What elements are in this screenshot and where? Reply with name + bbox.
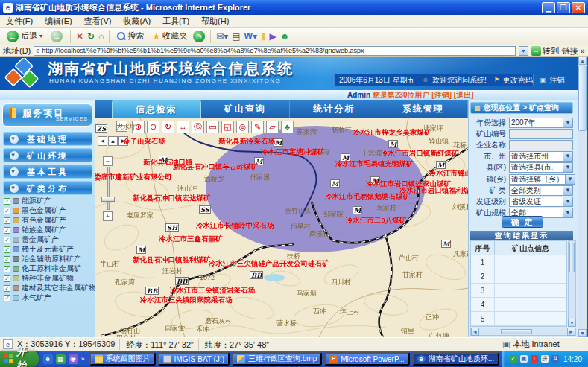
scroll-right-icon[interactable]: ► <box>567 328 575 336</box>
table-row[interactable]: 1 <box>471 255 566 269</box>
home-icon[interactable]: ⌂ <box>98 31 104 42</box>
menu-item[interactable]: 编辑(E) <box>45 16 72 27</box>
measure-icon[interactable]: ↔ <box>177 121 189 133</box>
mine-point-marker[interactable]: M <box>330 179 340 188</box>
select-镇(乡)[interactable]: 请选择镇（乡）▼ <box>509 174 575 185</box>
checkbox-icon[interactable]: ✓ <box>4 227 10 234</box>
tray-window-icon[interactable]: ▣ <box>520 355 528 363</box>
checkbox-icon[interactable]: ✓ <box>4 237 10 243</box>
select-drag-icon[interactable]: ◱ <box>221 121 234 133</box>
quicklaunch-ie-icon[interactable]: e <box>43 354 53 364</box>
chevron-down-icon[interactable]: ▼ <box>563 163 572 172</box>
chevron-down-icon[interactable]: ▼ <box>563 152 572 161</box>
media-icon[interactable]: ▶ <box>270 31 276 42</box>
mail-icon[interactable]: ✉▾ <box>216 31 228 42</box>
chevron-down-icon[interactable]: ▼ <box>563 197 572 206</box>
chevron-down-icon[interactable]: ▼ <box>563 208 572 217</box>
menu-item[interactable]: 文件(F) <box>6 16 33 27</box>
mine-point-marker[interactable]: ZS <box>95 124 107 133</box>
task-button-ie[interactable]: e湖南省矿山地质环... <box>412 352 499 366</box>
scrollbar-thumb[interactable] <box>578 66 587 131</box>
scroll-down-icon[interactable]: ▼ <box>578 329 587 337</box>
checkbox-icon[interactable]: ✓ <box>4 256 10 263</box>
select-矿 类[interactable]: 全部类别▼ <box>509 185 573 196</box>
tray-network-icon[interactable]: ⇅ <box>551 355 559 363</box>
tab-统计分析[interactable]: 统计分析 <box>290 100 379 118</box>
text-input-矿山编号[interactable] <box>509 129 573 139</box>
identify-icon[interactable]: ◎ <box>236 121 249 133</box>
quicklaunch-desktop-icon[interactable]: ▦ <box>56 354 66 364</box>
select-市、州[interactable]: 请选择市州▼ <box>509 151 573 162</box>
search-button[interactable]: 搜索 <box>115 30 146 42</box>
page-vertical-scrollbar[interactable]: ▲ ▼ <box>578 57 587 337</box>
mine-point-marker[interactable]: BB <box>145 287 159 295</box>
back-dropdown-icon[interactable]: ▾ <box>39 33 42 39</box>
folder-icon[interactable]: ▮ <box>261 31 266 42</box>
select-发证级别[interactable]: 省级发证▼ <box>509 197 573 207</box>
tab-信息检索[interactable]: 信息检索 <box>112 100 201 118</box>
logout-link[interactable]: 注销 <box>549 75 564 86</box>
maximize-button[interactable]: ❐ <box>557 2 570 13</box>
close-button[interactable]: ✕ <box>572 2 585 13</box>
stop-icon[interactable]: ✕ <box>76 31 83 42</box>
chevron-down-icon[interactable]: ▼ <box>565 175 575 184</box>
mine-point-marker[interactable]: SH <box>165 223 179 232</box>
refresh-icon[interactable]: ↻ <box>87 31 95 42</box>
mine-point-marker[interactable]: M <box>274 138 283 147</box>
menu-item[interactable]: 帮助(H) <box>201 16 229 27</box>
sidebar-nav-矿类分布[interactable]: ▼矿类分布 <box>3 181 92 195</box>
session-links[interactable]: [注销] [退出] <box>431 91 473 99</box>
messenger-icon[interactable]: ☻ <box>280 31 290 42</box>
sidebar-nav-基础地理[interactable]: ▼基础地理 <box>3 132 92 146</box>
draw-line-icon[interactable]: ✎ <box>251 121 264 133</box>
checkbox-icon[interactable]: ✓ <box>4 246 10 253</box>
checkbox-icon[interactable]: ✓ <box>4 198 10 205</box>
checkbox-icon[interactable]: ✓ <box>4 266 10 272</box>
history-icon[interactable]: ◷ <box>193 31 205 42</box>
go-button[interactable]: → 转到 <box>531 45 559 57</box>
submit-button[interactable]: 确 定 <box>502 216 543 228</box>
minimize-button[interactable]: ▁ <box>542 2 555 13</box>
address-input[interactable]: e http://localhost/%e7%9f%bf%e5%b1%b1%e5… <box>34 46 516 56</box>
print-icon[interactable]: ▤ <box>232 31 240 42</box>
edit-word-icon[interactable]: W▾ <box>244 31 257 42</box>
pan-up-button[interactable]: ▲ <box>108 136 118 146</box>
start-button[interactable]: 开始 <box>0 351 39 367</box>
menu-item[interactable]: 收藏(A) <box>123 16 151 27</box>
tab-矿山查询[interactable]: 矿山查询 <box>201 100 291 118</box>
links-label[interactable]: 链接 » <box>562 45 585 57</box>
scroll-left-icon[interactable]: ◄ <box>471 328 479 336</box>
back-button[interactable]: ← 后退 ▾ <box>4 30 45 43</box>
scrollbar-thumb[interactable] <box>501 329 532 334</box>
menu-item[interactable]: 工具(T) <box>162 16 189 27</box>
chevron-down-icon[interactable]: ▼ <box>563 118 572 127</box>
tray-alert-icon[interactable]: ! <box>531 355 538 363</box>
tray-antivirus-icon[interactable]: ✓ <box>510 355 517 363</box>
checkbox-icon[interactable]: ✓ <box>4 295 10 301</box>
mine-point-marker[interactable]: BB <box>250 271 263 279</box>
text-input-企业名称[interactable] <box>509 140 573 150</box>
table-row[interactable]: 3 <box>471 284 566 298</box>
sidebar-nav-基本工具[interactable]: ▼基本工具 <box>3 165 92 179</box>
mine-point-marker[interactable]: M <box>441 240 451 248</box>
favorites-button[interactable]: ★ 收藏夹 <box>150 30 189 42</box>
zoom-slider-handle[interactable] <box>101 197 115 202</box>
table-row[interactable]: 5 <box>471 312 566 326</box>
menu-item[interactable]: 查看(V) <box>84 16 112 27</box>
task-button-ppt[interactable]: PMicrosoft PowerP... <box>324 352 409 366</box>
mine-point-marker[interactable]: M <box>136 246 146 254</box>
table-row[interactable]: 2 <box>471 269 566 284</box>
zoom-out-icon[interactable]: ⊖ <box>147 121 159 133</box>
checkbox-icon[interactable]: ✓ <box>4 217 10 224</box>
checkbox-icon[interactable]: ✓ <box>4 275 10 282</box>
table-row[interactable]: 4 <box>471 298 566 312</box>
scroll-up-icon[interactable]: ▲ <box>578 57 587 65</box>
task-button-app[interactable]: IMGIS-BAT (J:) <box>158 352 230 366</box>
checkbox-icon[interactable]: ✓ <box>4 285 10 292</box>
mine-point-marker[interactable]: M <box>436 161 446 169</box>
mine-point-marker[interactable]: SS <box>199 205 211 214</box>
task-button-image[interactable]: 三维行政区查询.bmp <box>232 352 322 366</box>
quicklaunch-media-icon[interactable]: ◉ <box>69 354 78 364</box>
tray-ime-icon[interactable]: 拼 <box>541 355 549 363</box>
address-dropdown-icon[interactable]: ▾ <box>519 46 528 56</box>
